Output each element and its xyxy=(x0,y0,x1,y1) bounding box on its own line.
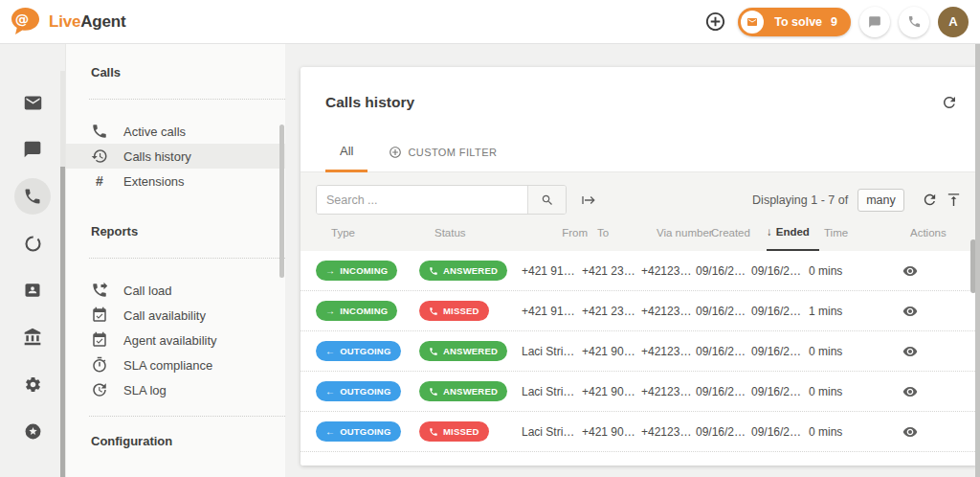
time-cell: 0 mins xyxy=(809,264,885,278)
to-solve-mail-badge xyxy=(741,11,764,34)
rail-social-button[interactable] xyxy=(14,225,51,261)
direction-arrow-icon: → xyxy=(325,307,335,316)
column-header-time[interactable]: Time xyxy=(824,215,901,251)
call-status-badge: ANSWERED xyxy=(419,341,507,361)
page-scrollbar[interactable] xyxy=(975,44,980,477)
actions-cell xyxy=(885,424,962,440)
rail-tickets-button[interactable] xyxy=(14,84,51,121)
to-cell: +421 90… xyxy=(582,425,641,439)
sidebar-item-active-calls[interactable]: Active calls xyxy=(66,119,285,144)
sidebar-item-extensions[interactable]: # Extensions xyxy=(66,169,285,193)
search-icon xyxy=(541,193,554,207)
tab-all[interactable]: All xyxy=(325,144,368,172)
refresh-list-button[interactable] xyxy=(922,192,938,208)
view-call-button[interactable] xyxy=(899,263,922,279)
phone-icon xyxy=(429,427,438,437)
view-call-button[interactable] xyxy=(899,304,922,319)
eye-icon xyxy=(902,304,918,319)
tab-custom-filter[interactable]: CUSTOM FILTER xyxy=(389,146,497,171)
mail-icon xyxy=(23,93,43,113)
status-cell: MISSED xyxy=(419,421,522,442)
actions-cell xyxy=(885,344,962,359)
rail-starred-button[interactable] xyxy=(14,413,51,449)
type-cell: ←OUTGOING xyxy=(316,381,419,401)
calendar-check-icon xyxy=(91,307,108,324)
view-call-button[interactable] xyxy=(899,424,922,440)
column-header-type[interactable]: Type xyxy=(331,215,434,251)
type-cell: →INCOMING xyxy=(316,261,419,281)
top-bar: LiveAgent To solve 9 A xyxy=(0,0,980,44)
sidebar-item-call-availability[interactable]: Call availability xyxy=(66,303,285,328)
column-header-status[interactable]: Status xyxy=(434,215,537,251)
time-cell: 0 mins xyxy=(809,345,885,358)
calls-button[interactable] xyxy=(899,7,929,37)
divider xyxy=(89,416,285,417)
sidebar-item-label: Extensions xyxy=(123,174,185,189)
type-cell: →INCOMING xyxy=(316,301,419,321)
star-circle-icon xyxy=(24,422,42,441)
sidebar-item-call-load[interactable]: Call load xyxy=(66,278,285,303)
table-row[interactable]: →INCOMING MISSED +421 91… +421 23… +4212… xyxy=(301,291,977,331)
column-header-to[interactable]: To xyxy=(597,215,657,251)
call-forwarded-icon xyxy=(91,282,108,299)
from-cell: +421 91… xyxy=(522,305,582,318)
total-count-box[interactable]: many xyxy=(858,189,904,212)
sidebar-item-agent-availability[interactable]: Agent availability xyxy=(66,328,285,352)
rail-calls-button[interactable] xyxy=(14,178,51,215)
rail-settings-button[interactable] xyxy=(14,366,51,402)
add-new-button[interactable] xyxy=(701,8,729,36)
call-status-badge: ANSWERED xyxy=(419,261,507,281)
section-heading-reports: Reports xyxy=(66,224,285,238)
column-header-via-number[interactable]: Via number xyxy=(657,215,711,251)
direction-arrow-icon: → xyxy=(325,266,335,276)
rail-company-button[interactable] xyxy=(14,319,51,355)
ended-cell: 09/16/2… xyxy=(751,305,809,318)
to-solve-button[interactable]: To solve 9 xyxy=(738,8,851,36)
column-header-from[interactable]: From xyxy=(537,215,597,251)
forward-filter-button[interactable] xyxy=(581,193,596,208)
actions-cell xyxy=(885,384,962,399)
to-solve-count: 9 xyxy=(831,15,837,29)
eye-icon xyxy=(902,344,918,359)
view-call-button[interactable] xyxy=(899,344,922,359)
phone-icon xyxy=(23,187,42,206)
sidebar-item-sla-compliance[interactable]: SLA compliance xyxy=(66,352,285,377)
via-number-cell: +42123… xyxy=(641,345,696,358)
sidebar-scrollbar-thumb[interactable] xyxy=(279,125,284,278)
search-button[interactable] xyxy=(527,186,566,214)
sidebar-item-sla-log[interactable]: SLA log xyxy=(66,377,285,402)
table-row[interactable]: →INCOMING ANSWERED +421 91… +421 23… +42… xyxy=(301,251,977,291)
sidebar-item-label: Call availability xyxy=(123,308,206,323)
contact-card-icon xyxy=(23,281,42,300)
table-row[interactable]: ←OUTGOING ANSWERED Laci Stri… +421 90… +… xyxy=(301,331,977,372)
direction-arrow-icon: ← xyxy=(325,387,335,397)
call-status-badge: MISSED xyxy=(419,421,489,442)
column-header-ended[interactable]: ↓ Ended xyxy=(767,215,824,251)
search-box xyxy=(316,185,567,215)
chats-button[interactable] xyxy=(859,7,890,37)
to-cell: +421 23… xyxy=(582,305,641,318)
table-row[interactable]: ←OUTGOING MISSED Laci Stri… +421 90… +42… xyxy=(301,412,977,452)
table-row[interactable]: ←OUTGOING ANSWERED Laci Stri… +421 90… +… xyxy=(301,372,977,412)
direction-arrow-icon: ← xyxy=(325,427,335,437)
liveagent-logo[interactable]: LiveAgent xyxy=(10,7,125,36)
displaying-text: Displaying 1 - 7 of xyxy=(752,193,848,207)
refresh-panel-button[interactable] xyxy=(941,94,958,115)
scroll-to-top-button[interactable] xyxy=(946,192,962,208)
sidebar-item-calls-history[interactable]: Calls history xyxy=(66,144,285,169)
status-cell: ANSWERED xyxy=(419,381,522,401)
ended-cell: 09/16/2… xyxy=(751,425,809,439)
search-input[interactable] xyxy=(317,186,527,214)
history-icon xyxy=(91,148,108,165)
user-avatar[interactable]: A xyxy=(938,7,969,37)
view-call-button[interactable] xyxy=(899,384,922,399)
hash-icon: # xyxy=(91,173,108,189)
ring-icon xyxy=(23,234,43,254)
column-header-created[interactable]: Created xyxy=(711,215,767,251)
rail-contacts-button[interactable] xyxy=(14,272,51,308)
chat-bubble-icon xyxy=(23,140,42,159)
mail-icon xyxy=(746,16,758,28)
rail-chats-button[interactable] xyxy=(14,131,51,168)
sorted-column-indicator: ↓ Ended xyxy=(767,215,819,251)
align-top-icon xyxy=(946,192,962,208)
